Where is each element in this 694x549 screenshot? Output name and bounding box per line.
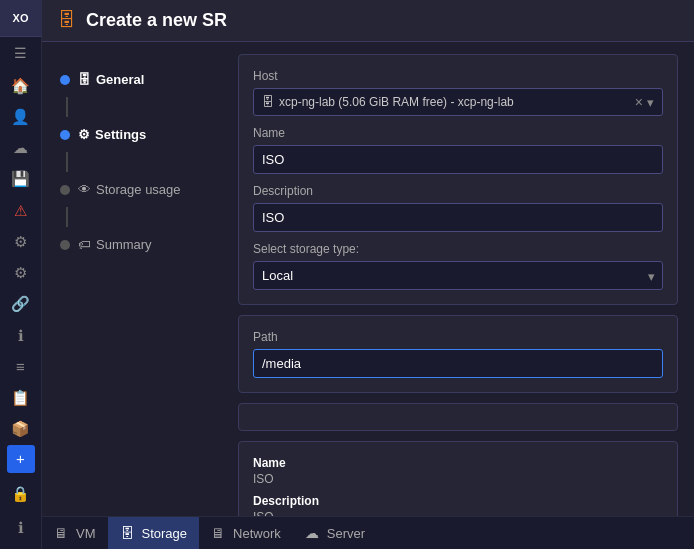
sidebar: XO ☰ 🏠 👤 ☁ 💾 ⚠ ⚙ ⚙ 🔗 ℹ ≡ 📋 📦 + 🔒 ℹ: [0, 0, 42, 549]
storage-type-wrapper: Local NFS iSCSI HBA ISO NFS ISO SMB ▾: [253, 261, 663, 290]
step-dot-summary: [60, 240, 70, 250]
pool-icon[interactable]: 🔗: [0, 289, 42, 320]
host-clear-button[interactable]: ×: [635, 94, 643, 110]
host-row: Host 🗄 xcp-ng-lab (5.06 GiB RAM free) - …: [253, 69, 663, 116]
vm-nav-icon: 🖥: [54, 525, 68, 541]
deploy-icon[interactable]: 📦: [0, 414, 42, 445]
storage-main-icon[interactable]: 💾: [0, 164, 42, 195]
storage-type-label: Select storage type:: [253, 242, 663, 256]
menu-icon[interactable]: ☰: [0, 37, 42, 70]
step-storage-usage[interactable]: 👁 Storage usage: [52, 172, 212, 207]
settings-section: Path: [238, 315, 678, 393]
topbar: 🗄 Create a new SR: [42, 0, 694, 42]
summary-name-row: Name ISO: [253, 456, 663, 486]
name-input[interactable]: [253, 145, 663, 174]
description-input[interactable]: [253, 203, 663, 232]
sr-icon: 🗄: [58, 10, 76, 31]
step-label-general: 🗄 General: [78, 72, 144, 87]
bottom-nav-server[interactable]: ☁ Server: [293, 517, 377, 549]
main-content: 🗄 Create a new SR 🗄 General ⚙ Settings: [42, 0, 694, 549]
server-nav-icon: ☁: [305, 525, 319, 541]
storage-usage-section: [238, 403, 678, 431]
users-icon[interactable]: 👤: [0, 101, 42, 132]
app-logo[interactable]: XO: [0, 0, 42, 37]
summary-description-label: Description: [253, 494, 663, 508]
form-area: Host 🗄 xcp-ng-lab (5.06 GiB RAM free) - …: [222, 42, 694, 516]
bottom-nav-row: 🖥 VM 🗄 Storage 🖥 Network ☁ Server: [42, 517, 694, 549]
storage-nav-icon: 🗄: [120, 525, 134, 541]
storage-type-row: Select storage type: Local NFS iSCSI HBA…: [253, 242, 663, 290]
storage-nav-label: Storage: [142, 526, 188, 541]
alert-icon[interactable]: ⚠: [0, 195, 42, 226]
step-general[interactable]: 🗄 General: [52, 62, 212, 97]
step-label-storage: 👁 Storage usage: [78, 182, 181, 197]
host-tag: 🗄 xcp-ng-lab (5.06 GiB RAM free) - xcp-n…: [262, 95, 514, 109]
storage-type-select[interactable]: Local NFS iSCSI HBA ISO NFS ISO SMB: [253, 261, 663, 290]
step-label-settings: ⚙ Settings: [78, 127, 146, 142]
settings-icon[interactable]: ⚙: [0, 226, 42, 257]
description-label: Description: [253, 184, 663, 198]
help-bottom-icon[interactable]: ℹ: [0, 511, 42, 545]
cloud-icon[interactable]: ☁: [0, 132, 42, 163]
step-label-summary: 🏷 Summary: [78, 237, 152, 252]
description-row: Description: [253, 184, 663, 232]
page-title: Create a new SR: [86, 10, 227, 31]
tasks-icon[interactable]: 📋: [0, 382, 42, 413]
network-nav-icon: 🖥: [211, 525, 225, 541]
summary-name-value: ISO: [253, 472, 663, 486]
storage-step-icon: 👁: [78, 182, 91, 197]
step-connector-3: [66, 207, 68, 227]
content-area: 🗄 General ⚙ Settings 👁 Storage usage: [42, 42, 694, 516]
path-label: Path: [253, 330, 663, 344]
server-nav-label: Server: [327, 526, 365, 541]
settings-step-icon: ⚙: [78, 127, 90, 142]
path-row: Path: [253, 330, 663, 378]
logs-icon[interactable]: ≡: [0, 351, 42, 382]
host-dropdown-arrow[interactable]: ▾: [647, 95, 654, 110]
host-label: Host: [253, 69, 663, 83]
step-dot-general: [60, 75, 70, 85]
add-icon[interactable]: +: [7, 445, 35, 473]
step-summary[interactable]: 🏷 Summary: [52, 227, 212, 262]
bottom-nav-vm[interactable]: 🖥 VM: [42, 517, 108, 549]
general-step-icon: 🗄: [78, 72, 91, 87]
step-dot-storage: [60, 185, 70, 195]
home-icon[interactable]: 🏠: [0, 70, 42, 101]
step-dot-settings: [60, 130, 70, 140]
info-icon[interactable]: ℹ: [0, 320, 42, 351]
name-row: Name: [253, 126, 663, 174]
path-input[interactable]: [253, 349, 663, 378]
network-nav-label: Network: [233, 526, 281, 541]
bottom-nav-network[interactable]: 🖥 Network: [199, 517, 293, 549]
host-db-icon: 🗄: [262, 95, 274, 109]
vm-nav-label: VM: [76, 526, 96, 541]
step-settings[interactable]: ⚙ Settings: [52, 117, 212, 152]
bottom-nav-storage[interactable]: 🗄 Storage: [108, 517, 200, 549]
step-connector-2: [66, 152, 68, 172]
lock-icon[interactable]: 🔒: [0, 477, 42, 511]
general-section: Host 🗄 xcp-ng-lab (5.06 GiB RAM free) - …: [238, 54, 678, 305]
steps-navigation: 🗄 General ⚙ Settings 👁 Storage usage: [42, 42, 222, 516]
host-value: xcp-ng-lab (5.06 GiB RAM free) - xcp-ng-…: [279, 95, 514, 109]
integrations-icon[interactable]: ⚙: [0, 257, 42, 288]
name-label: Name: [253, 126, 663, 140]
summary-description-row: Description ISO: [253, 494, 663, 516]
bottom-navigation: 🖥 VM 🗄 Storage 🖥 Network ☁ Server: [42, 516, 694, 549]
summary-section: Name ISO Description ISO Type local ▶ Cr…: [238, 441, 678, 516]
step-connector-1: [66, 97, 68, 117]
summary-step-icon: 🏷: [78, 237, 91, 252]
summary-name-label: Name: [253, 456, 663, 470]
host-selector[interactable]: 🗄 xcp-ng-lab (5.06 GiB RAM free) - xcp-n…: [253, 88, 663, 116]
